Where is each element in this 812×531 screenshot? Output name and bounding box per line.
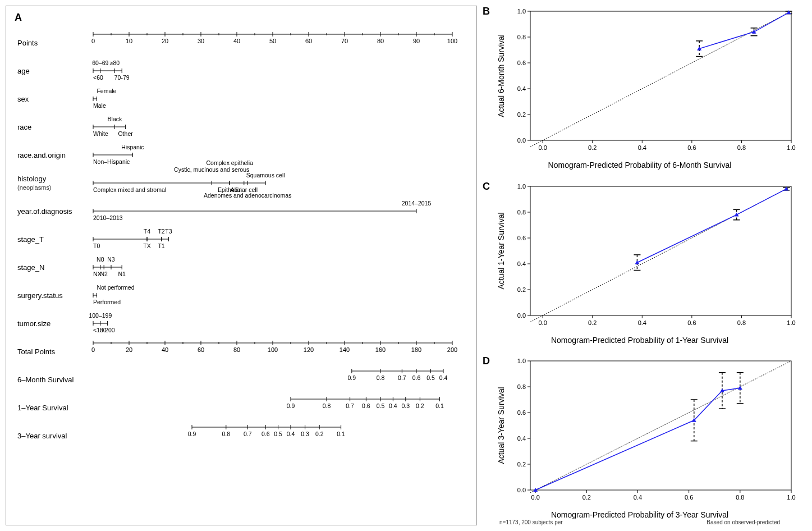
svg-text:0.6: 0.6 [362, 402, 370, 409]
svg-text:80: 80 [233, 346, 240, 353]
nomogram-row-axis-0: <6060–6970-79≥80 [93, 57, 465, 85]
svg-text:0.8: 0.8 [517, 34, 526, 40]
svg-text:Squamous cell: Squamous cell [246, 172, 285, 178]
panel-a: A Points 0102030405060708090100 age <606… [6, 6, 477, 525]
svg-text:0.5: 0.5 [426, 374, 435, 381]
svg-text:T0: T0 [93, 242, 100, 249]
svg-text:Other: Other [118, 130, 133, 137]
panel-d-footnote: n=1173, 200 subjects per Based on observ… [483, 519, 797, 525]
calibration-plot-3year: 0.00.20.40.60.81.00.00.20.40.60.81.0Actu… [494, 355, 797, 507]
svg-text:60–69: 60–69 [92, 59, 108, 66]
svg-text:0.2: 0.2 [588, 144, 597, 151]
nomogram-row-label-8: surgery.status [17, 291, 93, 300]
nomogram-row-axis-1: MaleFemale [93, 85, 465, 113]
svg-text:0.4: 0.4 [638, 144, 646, 151]
svg-text:0.1: 0.1 [435, 402, 444, 409]
svg-text:0.9: 0.9 [347, 374, 356, 381]
svg-text:N0: N0 [97, 256, 104, 263]
panel-b: B 0.00.20.40.60.81.00.00.20.40.60.81.0Ac… [483, 6, 797, 175]
nomogram-points-label: Points [17, 39, 93, 47]
svg-text:Complex mixed and stromal: Complex mixed and stromal [93, 186, 166, 193]
svg-text:White: White [93, 130, 108, 137]
svg-text:0: 0 [91, 38, 95, 44]
svg-text:0.4: 0.4 [389, 402, 397, 409]
svg-text:140: 140 [340, 346, 350, 353]
nomogram-row-label-1: sex [17, 95, 93, 103]
svg-text:0.0: 0.0 [517, 312, 526, 319]
panel-a-label: A [15, 12, 22, 24]
nomogram-row-axis-7: NXN0N2N3N1 [93, 253, 465, 281]
svg-text:0.1: 0.1 [337, 431, 345, 437]
svg-text:0.0: 0.0 [538, 319, 547, 326]
svg-text:Hispanic: Hispanic [121, 144, 144, 150]
xlabel-d: Nomogram-Predicted Probability of 3-Year… [483, 510, 797, 519]
nomogram-row-8: surgery.status PerformedNot performed [17, 281, 465, 309]
svg-text:2010–2013: 2010–2013 [93, 214, 123, 221]
svg-text:200: 200 [447, 346, 457, 353]
svg-rect-199 [530, 11, 791, 140]
svg-text:180: 180 [411, 346, 421, 353]
nomogram-survival-axis-0: 0.90.80.70.60.50.4 [93, 365, 465, 393]
nomogram-row-5: year.of.diagnosis 2010–20132014–2015 [17, 197, 465, 225]
nomogram-row-1: sex MaleFemale [17, 85, 465, 113]
svg-text:0.7: 0.7 [346, 402, 354, 409]
svg-text:0.0: 0.0 [517, 487, 526, 493]
svg-text:≥80: ≥80 [110, 59, 120, 66]
svg-rect-269 [530, 361, 791, 490]
xlabel-b: Nomogram-Predicted Probability of 6-Mont… [483, 161, 797, 170]
svg-text:120: 120 [304, 346, 314, 353]
nomogram-row-label-2: race [17, 123, 93, 131]
svg-text:0.2: 0.2 [517, 461, 526, 468]
nomogram-row-axis-8: PerformedNot performed [93, 281, 465, 309]
svg-text:N3: N3 [107, 256, 115, 263]
svg-text:2014–2015: 2014–2015 [402, 200, 432, 207]
svg-text:TX: TX [143, 242, 150, 249]
svg-text:100–199: 100–199 [89, 312, 112, 319]
nomogram-row-label-7: stage_N [17, 263, 93, 272]
svg-text:0.6: 0.6 [517, 59, 526, 66]
svg-text:Female: Female [97, 88, 116, 94]
nomogram-row-6: stage_T T0TXT4T1T2T3 [17, 225, 465, 253]
svg-text:0.5: 0.5 [377, 402, 385, 409]
svg-text:1.0: 1.0 [517, 8, 526, 15]
panel-c: C 0.00.20.40.60.81.00.00.20.40.60.81.0Ac… [483, 181, 797, 350]
svg-text:1.0: 1.0 [517, 183, 526, 190]
svg-text:0.4: 0.4 [634, 494, 642, 501]
nomogram-row-7: stage_N NXN0N2N3N1 [17, 253, 465, 281]
nomogram-row-label-6: stage_T [17, 235, 93, 244]
figure-container: A Points 0102030405060708090100 age <606… [6, 6, 806, 525]
svg-text:Actual 6-Month Survival: Actual 6-Month Survival [497, 34, 506, 117]
nomogram-points-row: Points 0102030405060708090100 [17, 29, 465, 57]
svg-text:1.0: 1.0 [787, 144, 795, 151]
svg-text:0.8: 0.8 [736, 494, 744, 501]
svg-text:T4: T4 [144, 228, 150, 235]
nomogram-row-axis-6: T0TXT4T1T2T3 [93, 225, 465, 253]
svg-text:50: 50 [269, 38, 276, 44]
svg-text:Not performed: Not performed [97, 284, 134, 291]
nomogram-survival-axis-2: 0.90.80.70.60.50.40.30.20.1 [93, 422, 465, 450]
nomogram-row-axis-9: <100100–199≥ 200 [93, 309, 465, 337]
nomogram-row-axis-4: Complex mixed and stromalCystic, mucinou… [93, 169, 465, 197]
svg-text:0.2: 0.2 [588, 319, 597, 326]
nomogram-survival-label-2: 3–Year survival [17, 432, 93, 440]
svg-text:0: 0 [91, 346, 95, 353]
svg-text:Performed: Performed [93, 299, 121, 305]
svg-text:0.6: 0.6 [687, 144, 696, 151]
svg-text:160: 160 [375, 346, 386, 353]
nomogram-row-label-5: year.of.diagnosis [17, 207, 93, 216]
svg-text:0.4: 0.4 [638, 319, 646, 326]
right-panels: B 0.00.20.40.60.81.00.00.20.40.60.81.0Ac… [483, 6, 797, 525]
nomogram-row-label-4: histology(neoplasms) [17, 175, 93, 191]
svg-text:1.0: 1.0 [517, 358, 526, 364]
svg-text:0.7: 0.7 [244, 431, 252, 437]
svg-text:Actual 1-Year Survival: Actual 1-Year Survival [497, 212, 506, 289]
panel-d-label: D [483, 355, 490, 367]
svg-text:0.8: 0.8 [517, 209, 526, 216]
svg-text:T2: T2 [158, 228, 164, 235]
nomogram-row-label-0: age [17, 67, 93, 75]
svg-text:Male: Male [93, 102, 106, 109]
nomogram-row-9: tumor.size <100100–199≥ 200 [17, 309, 465, 337]
svg-text:0.6: 0.6 [685, 494, 693, 501]
svg-text:100: 100 [447, 38, 457, 44]
svg-text:100: 100 [268, 346, 278, 353]
